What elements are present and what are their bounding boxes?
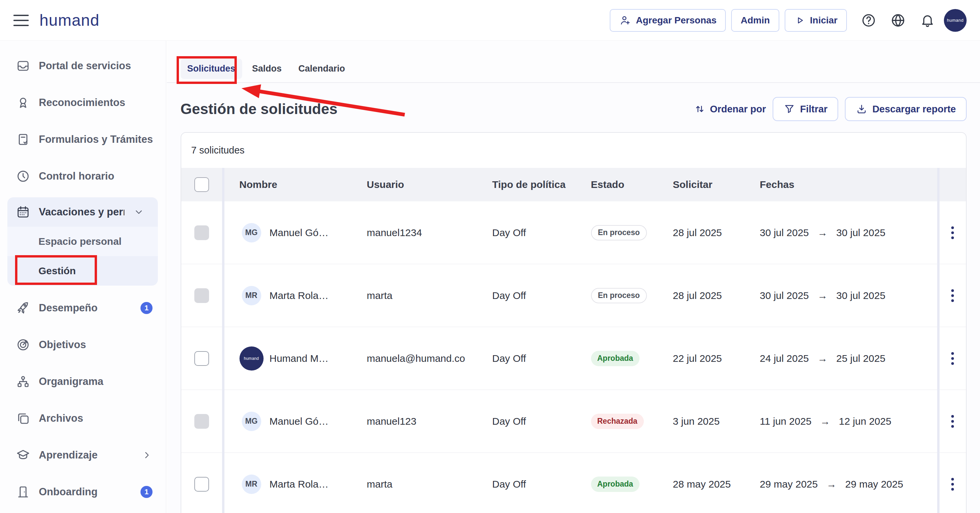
- cell-fechas: 30 jul 2025→30 jul 2025: [745, 201, 937, 264]
- sidebar-item-label: Reconocimientos: [39, 97, 153, 109]
- sidebar-item-organigrama[interactable]: Organigrama: [0, 363, 166, 400]
- cell-fechas: 29 may 2025→29 may 2025: [745, 453, 937, 513]
- app-logo[interactable]: humand: [40, 11, 99, 29]
- select-all-checkbox[interactable]: [194, 177, 209, 192]
- status-badge: En proceso: [591, 288, 647, 303]
- date-to: 30 jul 2025: [836, 227, 885, 238]
- column-header-estado: Estado: [576, 168, 658, 201]
- sort-by-button[interactable]: Ordenar por: [694, 103, 766, 115]
- column-gutter: [222, 327, 224, 390]
- row-checkbox: [194, 226, 209, 240]
- date-from: 30 jul 2025: [760, 290, 809, 301]
- sidebar-item-vacaciones-y-permisos[interactable]: Vacaciones y permis…: [7, 197, 158, 227]
- row-checkbox[interactable]: [194, 351, 209, 366]
- sidebar-item-label: Vacaciones y permis…: [39, 206, 124, 218]
- column-header-actions: [940, 168, 966, 201]
- cell-solicitar: 22 jul 2025: [658, 327, 745, 390]
- notifications-bell-icon[interactable]: [920, 13, 935, 28]
- cell-solicitar: 3 jun 2025: [658, 390, 745, 453]
- cell-fechas: 24 jul 2025→25 jul 2025: [745, 327, 937, 390]
- sidebar-item-aprendizaje[interactable]: Aprendizaje: [0, 437, 166, 473]
- row-actions-kebab-icon[interactable]: [946, 411, 959, 432]
- start-button[interactable]: Iniciar: [785, 9, 847, 32]
- app-header: humand Agregar Personas Admin Iniciar hu…: [0, 0, 980, 41]
- cell-solicitar: 28 jul 2025: [658, 264, 745, 327]
- sidebar-item-label: Objetivos: [39, 339, 153, 351]
- filter-button[interactable]: Filtrar: [773, 97, 838, 121]
- cell-actions: [940, 264, 966, 327]
- sidebar-item-label: Portal de servicios: [39, 60, 153, 72]
- cell-solicitar: 28 may 2025: [658, 453, 745, 513]
- sidebar-item-desempeno[interactable]: Desempeño1: [0, 290, 166, 326]
- start-label: Iniciar: [810, 15, 837, 26]
- avatar: MG: [242, 412, 261, 431]
- chevron-right-icon: [141, 449, 153, 461]
- door-icon: [16, 485, 30, 499]
- sidebar-group-vacaciones-y-permisos: Vacaciones y permis…Espacio personalGest…: [7, 197, 158, 286]
- user-avatar[interactable]: humand: [944, 9, 967, 32]
- column-gutter: [222, 264, 224, 327]
- avatar: MG: [242, 223, 261, 243]
- admin-label: Admin: [741, 15, 770, 26]
- sidebar-item-objetivos[interactable]: Objetivos: [0, 326, 166, 363]
- cell-nombre: MRMarta Rola…: [224, 264, 352, 327]
- cell-usuario: manuel123: [352, 390, 477, 453]
- sidebar-item-label: Control horario: [39, 170, 153, 182]
- add-people-button[interactable]: Agregar Personas: [610, 9, 726, 32]
- row-checkbox: [194, 288, 209, 303]
- sidebar-subitem-gestion[interactable]: Gestión: [7, 256, 158, 286]
- sidebar-subitem-espacio-personal[interactable]: Espacio personal: [7, 227, 158, 256]
- column-gutter: [937, 390, 940, 453]
- column-gutter: [222, 390, 224, 453]
- column-gutter: [937, 453, 940, 513]
- help-icon[interactable]: [861, 13, 876, 28]
- cell-actions: [940, 453, 966, 513]
- date-to: 12 jun 2025: [839, 416, 891, 427]
- sidebar-item-control-horario[interactable]: Control horario: [0, 158, 166, 195]
- cell-fechas: 30 jul 2025→30 jul 2025: [745, 264, 937, 327]
- sidebar-item-archivos[interactable]: Archivos: [0, 400, 166, 437]
- admin-button[interactable]: Admin: [731, 9, 779, 32]
- toolbar: Ordenar por Filtrar Descargar reporte: [694, 97, 967, 121]
- sidebar-item-onboarding[interactable]: Onboarding1: [0, 473, 166, 510]
- avatar-slot: humand: [239, 346, 264, 370]
- download-report-button[interactable]: Descargar reporte: [845, 97, 967, 121]
- sidebar-item-reconocimientos[interactable]: Reconocimientos: [0, 84, 166, 121]
- table-row: MRMarta Rola…martaDay OffEn proceso28 ju…: [181, 264, 966, 327]
- cell-nombre: MGManuel Gó…: [224, 390, 352, 453]
- sidebar-item-formularios-y-tramites[interactable]: Formularios y Trámites: [0, 121, 166, 158]
- row-actions-kebab-icon[interactable]: [946, 473, 959, 495]
- cell-usuario: marta: [352, 264, 477, 327]
- cell-solicitar: 28 jul 2025: [658, 201, 745, 264]
- row-actions-kebab-icon[interactable]: [946, 222, 959, 243]
- globe-icon[interactable]: [890, 13, 906, 28]
- cell-estado: Aprobada: [576, 453, 658, 513]
- hamburger-menu-icon[interactable]: [13, 15, 29, 26]
- row-actions-kebab-icon[interactable]: [946, 348, 959, 369]
- row-checkbox[interactable]: [194, 477, 209, 492]
- requests-count: 7 solicitudes: [181, 133, 966, 168]
- tab-saldos[interactable]: Saldos: [245, 59, 289, 79]
- tab-calendario[interactable]: Calendario: [292, 59, 352, 79]
- download-icon: [856, 103, 868, 115]
- column-gutter: [937, 168, 940, 201]
- status-badge: Aprobada: [591, 351, 640, 366]
- chevron-down-icon: [133, 206, 145, 218]
- date-from: 30 jul 2025: [760, 227, 809, 238]
- employee-name: Manuel Gó…: [270, 227, 329, 238]
- tab-solicitudes[interactable]: Solicitudes: [181, 59, 242, 79]
- requests-table-card: 7 solicitudes NombreUsuarioTipo de polít…: [181, 132, 967, 513]
- column-header-tipo-de-pol-tica: Tipo de política: [477, 168, 576, 201]
- cell-estado: Aprobada: [576, 327, 658, 390]
- funnel-icon: [783, 103, 795, 115]
- sidebar-item-label: Formularios y Trámites: [39, 133, 153, 146]
- date-from: 29 may 2025: [760, 478, 818, 490]
- employee-name: Manuel Gó…: [270, 416, 329, 427]
- table-row: MGManuel Gó…manuel1234Day OffEn proceso2…: [181, 201, 966, 264]
- play-icon: [794, 15, 805, 26]
- sidebar-item-portal-de-servicios[interactable]: Portal de servicios: [0, 48, 166, 84]
- employee-name: Marta Rola…: [270, 478, 329, 490]
- column-gutter: [937, 201, 940, 264]
- row-actions-kebab-icon[interactable]: [946, 285, 959, 307]
- row-select-cell: [181, 390, 222, 453]
